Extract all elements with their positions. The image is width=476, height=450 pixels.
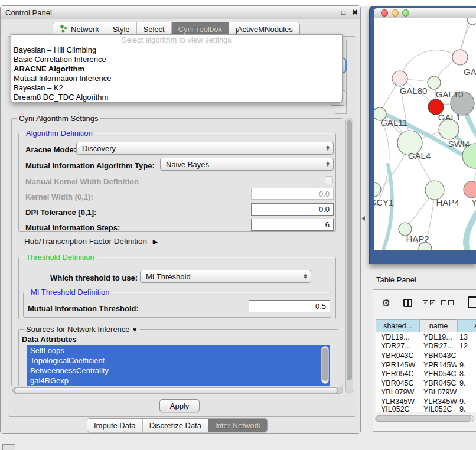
screenshot-root: Control Panel □ ✖ Network Style Select [0,0,476,450]
manual-kernel-width-checkbox[interactable] [325,176,333,184]
kernel-width-value: 0.0 [319,190,330,198]
mi-threshold-field[interactable]: 0.5 [249,300,330,312]
new-table-icon[interactable] [468,296,476,308]
scrollbar-thumb[interactable] [376,416,471,422]
node-label: GAL [464,67,476,77]
mi-algorithm-type-select[interactable]: Naive Bayes ▲▼ [160,158,334,171]
node-gal10[interactable] [428,76,441,89]
tab-select[interactable]: Select [137,22,172,35]
list-item[interactable]: BetweennessCentrality [27,366,330,376]
settings-vertical-scrollbar[interactable] [345,118,353,393]
table-row[interactable]: YBR045C YBR045C 9. [376,379,476,388]
dpi-tolerance-label: DPI Tolerance [0,1]: [25,208,96,217]
node-gal2[interactable] [452,50,468,65]
close-icon[interactable]: ✖ [352,8,358,17]
manual-kernel-width-label: Manual Kernel Width Definition [25,177,139,186]
aracne-mode-select[interactable]: Discovery ▲▼ [76,142,334,155]
dropdown-option-selected[interactable]: ARACNE Algorithm [11,64,342,74]
aracne-mode-label: Aracne Mode: [25,145,76,154]
which-threshold-select[interactable]: MI Threshold ▲▼ [140,270,311,283]
dpi-tolerance-field[interactable]: 0.0 [251,203,334,216]
tab-cyni-toolbox-label: Cyni Toolbox [178,25,222,34]
sources-legend[interactable]: Sources for Network Inference ▼ [24,325,140,334]
tab-cyni-toolbox[interactable]: Cyni Toolbox [172,22,229,35]
settings-horizontal-scrollbar[interactable] [12,387,343,394]
data-attributes-list[interactable]: SelfLoops TopologicalCoefficient Between… [27,345,330,386]
scrollbar-thumb[interactable] [14,387,338,393]
table-row[interactable]: YBR043C YBR043C [376,351,476,360]
dropdown-option[interactable]: Basic Correlation Inference [11,55,342,64]
column-header-name[interactable]: name [420,319,457,332]
close-traffic-light[interactable] [381,9,388,17]
tab-discretize-data-label: Discretize Data [149,421,201,430]
algorithm-definition-legend: Algorithm Definition [24,129,95,138]
node-label: HAP2 [406,234,429,244]
select-all-columns-icon[interactable]: ✓ ✓ [423,300,435,305]
minimize-traffic-light[interactable] [392,9,399,17]
node-label: GAL10 [436,89,464,99]
node-salmon[interactable] [464,181,476,198]
bottom-left-widget[interactable] [2,444,15,450]
control-panel-title: Control Panel [5,8,52,17]
network-canvas[interactable]: GAL GAL80 GAL10 GAL1 GAL11 SWI4 GAL4 GCY… [374,18,476,250]
node-gal80[interactable] [392,71,407,86]
node-gal1[interactable] [439,119,459,139]
splitter-collapse-icon[interactable] [361,216,365,221]
tab-discretize-data[interactable]: Discretize Data [143,419,208,432]
columns-icon[interactable] [403,299,412,307]
cyni-algorithm-settings-legend: Cyni Algorithm Settings [17,114,100,123]
node-partial-top[interactable] [467,18,476,25]
network-graph: GAL GAL80 GAL10 GAL1 GAL11 SWI4 GAL4 GCY… [374,18,476,250]
kernel-width-label: Kernel Width (0,1): [25,193,93,201]
dropdown-option[interactable]: Mutual Information Inference [11,74,342,83]
tab-jactivemnodules[interactable]: jActiveMNodules [229,22,299,35]
threshold-definition-legend: Threshold Definition [24,253,97,262]
table-horizontal-scrollbar[interactable] [375,415,474,422]
dropdown-option[interactable]: Dream8 DC_TDC Algorithm [11,93,342,102]
scrollbar-thumb[interactable] [347,120,352,380]
tab-style[interactable]: Style [106,22,137,35]
zoom-traffic-light[interactable] [402,9,409,17]
deselect-all-columns-icon[interactable] [441,300,454,305]
column-header-shared-name[interactable]: shared... [376,319,420,332]
apply-button[interactable]: Apply [159,399,200,412]
kernel-width-field[interactable]: 0.0 [251,188,334,200]
tab-infer-network[interactable]: Infer Network [208,419,267,432]
column-header-label: name [429,322,448,330]
tab-network-label: Network [71,25,99,34]
dropdown-option[interactable]: Bayesian – Hill Climbing [11,45,342,55]
column-header-partial[interactable]: A [457,319,476,332]
tab-network[interactable]: Network [53,22,106,35]
node-gcy1[interactable] [374,182,381,197]
table-row[interactable]: YLR345W YLR345W 9. [376,397,476,406]
table-panel-title: Table Panel [376,275,416,284]
network-view-window: GAL GAL80 GAL10 GAL1 GAL11 SWI4 GAL4 GCY… [369,6,476,264]
tab-select-label: Select [144,25,165,34]
spinner-icon: ▲▼ [326,145,330,151]
algorithm-dropdown-popup: Select algorithm to view settings Bayesi… [11,34,343,103]
list-item[interactable]: SelfLoops [27,345,330,356]
scrollbar-thumb[interactable] [322,348,328,381]
table-row[interactable]: YDL19... YDL19... 13 [376,332,476,342]
table-row[interactable]: YER054C YER054C 8. [376,369,476,379]
table-row[interactable]: YDR27... YDR27... 12 [376,342,476,351]
control-panel-titlebar: Control Panel □ ✖ [1,6,360,19]
table-row[interactable]: YBL079W YBL079W [376,388,476,397]
node-label: GAL4 [408,151,431,161]
tab-jactivemnodules-label: jActiveMNodules [236,25,293,34]
attributes-vertical-scrollbar[interactable] [321,346,329,384]
dropdown-option[interactable]: Bayesian – K2 [11,83,342,93]
float-window-icon[interactable]: □ [341,8,345,17]
table-row[interactable]: YIL052C YIL052C 9. [376,406,476,412]
dpi-tolerance-value: 0.0 [319,205,330,214]
table-row[interactable]: YPR145W YPR145W 9. [376,360,476,370]
which-threshold-value: MI Threshold [146,272,191,281]
gear-icon[interactable]: ⚙ [382,297,390,309]
mi-steps-field[interactable]: 6 [251,219,334,231]
list-item[interactable]: TopologicalCoefficient [27,356,330,366]
tab-impute-data[interactable]: Impute Data [87,419,143,432]
hub-definition-toggle[interactable]: Hub/Transcription Factor Definition ▶ [24,237,158,246]
list-item[interactable]: gal4RGexp [27,376,330,386]
network-window-titlebar [374,8,476,19]
table-panel: ⚙ ✓ ✓ shared... name A YDL19... YDL19...… [373,289,476,432]
